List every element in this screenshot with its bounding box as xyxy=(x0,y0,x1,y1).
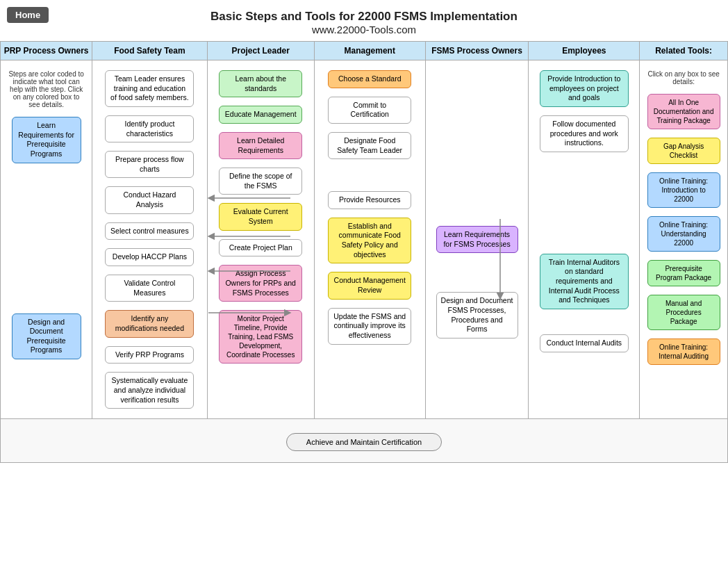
pl-box4[interactable]: Define the scope of the FSMS xyxy=(219,168,302,195)
achieve-label[interactable]: Achieve and Maintain Certification xyxy=(286,433,442,451)
fst-box5[interactable]: Select control measures xyxy=(105,222,194,240)
mgmt-box4[interactable]: Provide Resources xyxy=(328,191,411,209)
col-prp: Steps are color coded to indicate what t… xyxy=(1,60,92,419)
header-mgmt: Management xyxy=(314,42,425,60)
mgmt-box7[interactable]: Update the FSMS and continually improve … xyxy=(328,308,411,345)
mgmt-box1[interactable]: Choose a Standard xyxy=(328,70,411,88)
header-fsms: FSMS Process Owners xyxy=(425,42,529,60)
emp-box1[interactable]: Provide Introduction to employees on pro… xyxy=(540,70,629,107)
fst-box10[interactable]: Systematically evaluate and analyze indi… xyxy=(105,372,194,409)
page-title-line2: www.22000-Tools.com xyxy=(0,24,728,35)
header-emp: Employees xyxy=(529,42,640,60)
page-title-line1: Basic Steps and Tools for 22000 FSMS Imp… xyxy=(0,10,728,24)
tool-box7[interactable]: Online Training: Internal Auditing xyxy=(647,338,720,365)
fst-box7[interactable]: Validate Control Measures xyxy=(105,275,194,302)
pl-box6[interactable]: Create Project Plan xyxy=(219,239,302,257)
achieve-cell: Achieve and Maintain Certification xyxy=(1,419,728,463)
tool-box2[interactable]: Gap Analysis Checklist xyxy=(647,138,720,164)
header-fst: Food Safety Team xyxy=(92,42,207,60)
prp-box2[interactable]: Design and Document Prerequisite Program… xyxy=(12,313,81,360)
pl-box2[interactable]: Educate Management xyxy=(219,106,302,124)
tool-box6[interactable]: Manual and Procedures Package xyxy=(647,295,720,330)
fst-box1[interactable]: Team Leader ensures training and educati… xyxy=(105,70,194,107)
header-tools: Related Tools: xyxy=(640,42,728,60)
pl-box7[interactable]: Assign Process Owners for PRPs and FSMS … xyxy=(219,265,302,302)
header-prp: PRP Process Owners xyxy=(1,42,92,60)
emp-box4[interactable]: Conduct Internal Audits xyxy=(540,334,629,352)
pl-box5[interactable]: Evaluate Current System xyxy=(219,203,302,230)
fsms-box1[interactable]: Learn Requirements for FSMS Processes xyxy=(436,226,518,253)
mgmt-box6[interactable]: Conduct Management Review xyxy=(328,272,411,299)
pl-box1[interactable]: Learn about the standards xyxy=(219,70,302,97)
tool-box1[interactable]: All In One Documentation and Training Pa… xyxy=(647,94,720,129)
fst-box6[interactable]: Develop HACCP Plans xyxy=(105,248,194,266)
fst-box2[interactable]: Identify product characteristics xyxy=(105,115,194,142)
fsms-box2[interactable]: Design and Document FSMS Processes, Proc… xyxy=(436,292,518,338)
emp-box2[interactable]: Follow documented procedures and work in… xyxy=(540,115,629,152)
fst-box3[interactable]: Prepare process flow charts xyxy=(105,151,194,178)
tool-box5[interactable]: Prerequisite Program Package xyxy=(647,260,720,286)
pl-box3[interactable]: Learn Detailed Requirements xyxy=(219,132,302,159)
prp-box1[interactable]: Learn Requirements for Prerequisite Prog… xyxy=(12,117,81,163)
page-header: Basic Steps and Tools for 22000 FSMS Imp… xyxy=(0,0,728,41)
col-fst: Team Leader ensures training and educati… xyxy=(92,60,207,419)
tool-box4[interactable]: Online Training: Understanding 22000 xyxy=(647,216,720,252)
home-button[interactable]: Home xyxy=(7,7,49,23)
header-pl: Project Leader xyxy=(207,42,314,60)
mgmt-box2[interactable]: Commit to Certification xyxy=(328,97,411,124)
col-emp: Provide Introduction to employees on pro… xyxy=(529,60,640,419)
col-pl: Learn about the standards Educate Manage… xyxy=(207,60,314,419)
col-mgmt: Choose a Standard Commit to Certificatio… xyxy=(314,60,425,419)
emp-box3[interactable]: Train Internal Auditors on standard requ… xyxy=(540,254,629,309)
prp-static-text: Steps are color coded to indicate what t… xyxy=(5,67,88,111)
fst-box8[interactable]: Identify any modifications needed xyxy=(105,310,194,337)
col-tools: Click on any box to see details: All In … xyxy=(640,60,728,419)
mgmt-box3[interactable]: Designate Food Safety Team Leader xyxy=(328,132,411,159)
achieve-row: Achieve and Maintain Certification xyxy=(1,419,728,463)
col-fsms: Learn Requirements for FSMS Processes De… xyxy=(425,60,529,419)
mgmt-box5[interactable]: Establish and communicate Food Safety Po… xyxy=(328,218,411,264)
pl-box8[interactable]: Monitor Project Timeline, Provide Traini… xyxy=(219,310,302,364)
fst-box4[interactable]: Conduct Hazard Analysis xyxy=(105,186,194,213)
main-diagram-table: PRP Process Owners Food Safety Team Proj… xyxy=(0,41,728,463)
tool-box3[interactable]: Online Training: Introduction to 22000 xyxy=(647,172,720,208)
fst-box9[interactable]: Verify PRP Programs xyxy=(105,346,194,364)
tools-static-text: Click on any box to see details: xyxy=(644,67,723,88)
